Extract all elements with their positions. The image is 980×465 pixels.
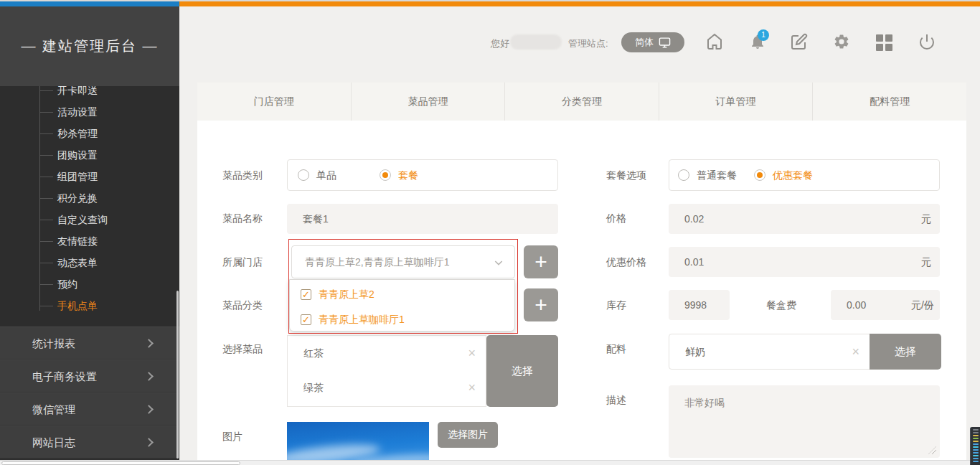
description-label: 描述 [606,394,626,407]
store-option-label: 青青原上草2 [319,288,374,301]
description-value: 非常好喝 [684,397,725,408]
sidebar-item-dongtaibiaodan[interactable]: 动态表单 [57,252,172,273]
store-label: 所属门店 [222,256,263,269]
minimap-scrollbar[interactable] [970,427,980,465]
stock-input[interactable]: 9998 [669,290,730,320]
site-label: 管理站点: [568,37,608,50]
add-store-button[interactable]: + [524,245,558,278]
chevron-right-icon [144,438,154,447]
power-icon[interactable] [918,33,936,50]
remove-dish-icon[interactable]: × [468,370,476,405]
select-dishes-button[interactable]: 选择 [486,335,558,407]
checkbox-checked-icon[interactable]: ✓ [301,289,311,300]
radio-normal-combo[interactable] [678,169,689,181]
price-input[interactable]: 0.02 [669,204,940,234]
dish-row-black-tea: 红茶 × [287,335,486,371]
edit-icon[interactable] [791,33,808,50]
dish-image-thumbnail[interactable] [287,422,429,465]
sidebar-section-tongjibaobiao[interactable]: 统计报表 [0,327,179,360]
topbar-orange-segment [179,1,980,6]
tab-bar: 门店管理 菜品管理 分类管理 订单管理 配料管理 [197,83,966,121]
sidebar-item-zutuanguanli[interactable]: 组团管理 [57,166,172,187]
chevron-right-icon [144,405,154,414]
store-option-1[interactable]: ✓ 青青原上草2 [290,283,514,306]
add-category-button[interactable]: + [524,288,558,321]
dish-name-label: 菜品名称 [222,212,263,225]
notification-badge: 1 [758,29,769,41]
sidebar-section-dianzishangwu[interactable]: 电子商务设置 [0,360,179,393]
sidebar-item-jifenduihuan[interactable]: 积分兑换 [57,187,172,209]
sidebar-item-yuyue[interactable]: 预约 [57,273,172,295]
price-label: 价格 [606,212,626,225]
tab-ingredient-management[interactable]: 配料管理 [813,83,966,121]
select-dishes-label: 选择菜品 [222,343,263,356]
combo-option-group: 普通套餐 优惠套餐 [669,159,940,191]
discount-price-input[interactable]: 0.01 [669,247,940,277]
sidebar-item-huodongshezhi[interactable]: 活动设置 [57,101,172,123]
store-dropdown: ✓ 青青原上草2 ✓ 青青原上草咖啡厅1 [289,279,515,332]
box-fee-label: 餐盒费 [766,299,796,312]
store-select[interactable]: 青青原上草2,青青原上草咖啡厅1 [291,245,515,278]
topbar-blue-segment [0,1,179,6]
radio-combo-label[interactable]: 套餐 [398,169,418,182]
greeting-text: 您好 [491,37,509,50]
radio-discount-combo[interactable] [754,169,765,181]
select-image-button[interactable]: 选择图片 [438,422,498,448]
language-selector[interactable]: 简体 [621,32,684,52]
remove-dish-icon[interactable]: × [468,336,476,370]
chevron-right-icon [144,372,154,381]
combo-option-label: 套餐选项 [606,169,646,182]
home-icon[interactable] [706,33,723,50]
radio-combo[interactable] [380,169,391,181]
ingredient-value: 鲜奶 [685,346,705,357]
admin-backend-page: — 建站管理后台 — 开卡即送 活动设置 秒杀管理 团购设置 组团管理 积分兑换… [0,0,980,465]
tab-order-management[interactable]: 订单管理 [659,83,814,121]
tab-category-management[interactable]: 分类管理 [505,83,659,121]
horizontal-scrollbar[interactable] [0,460,980,465]
section-label: 电子商务设置 [32,370,97,382]
sidebar-item-kaikajisong[interactable]: 开卡即送 [57,86,172,101]
gear-icon[interactable] [833,33,850,50]
radio-normal-combo-label[interactable]: 普通套餐 [697,169,737,182]
sidebar-item-shoujidiandan[interactable]: 手机点单 [57,295,172,316]
dish-name: 红茶 [303,347,324,359]
store-option-label: 青青原上草咖啡厅1 [319,314,405,327]
box-fee-unit: 元/份 [911,299,934,312]
sidebar-item-miaoshaguanli[interactable]: 秒杀管理 [57,123,172,144]
resize-handle[interactable] [928,446,936,454]
sidebar-scrollbar[interactable] [176,291,179,459]
dish-row-green-tea: 绿茶 × [287,370,486,407]
section-label: 统计报表 [32,337,75,349]
discount-price-unit: 元 [921,256,931,269]
description-textarea[interactable]: 非常好喝 [669,385,940,458]
radio-single-dish-label[interactable]: 单品 [316,169,336,182]
store-option-2[interactable]: ✓ 青青原上草咖啡厅1 [290,308,514,332]
tab-store-management[interactable]: 门店管理 [197,83,352,121]
dish-category-label: 菜品分类 [222,299,263,312]
discount-price-label: 优惠价格 [606,256,646,269]
sidebar-section-weixinguanli[interactable]: 微信管理 [0,393,179,426]
sidebar-section-wangzhanrizhi[interactable]: 网站日志 [0,426,179,459]
sidebar-item-youqinglianjie[interactable]: 友情链接 [57,230,172,252]
horizontal-scrollbar-thumb[interactable] [1,461,240,465]
radio-single-dish[interactable] [298,169,309,181]
checkbox-checked-icon[interactable]: ✓ [301,314,311,325]
section-label: 网站日志 [32,436,75,448]
tab-dish-management[interactable]: 菜品管理 [352,83,506,121]
radio-discount-combo-label[interactable]: 优惠套餐 [773,169,813,182]
remove-ingredient-icon[interactable]: × [852,334,859,369]
store-select-value: 青青原上草2,青青原上草咖啡厅1 [305,256,449,268]
dish-name-input[interactable]: 套餐1 [287,204,558,234]
sidebar-item-tuangoushezhi[interactable]: 团购设置 [57,144,172,166]
stock-label: 库存 [606,299,626,312]
apps-grid-icon[interactable] [876,34,892,51]
sidebar-sections: 统计报表 电子商务设置 微信管理 网站日志 [0,327,179,459]
ingredient-input[interactable]: 鲜奶 × [669,334,870,370]
sidebar-item-zidingyichaxun[interactable]: 自定义查询 [57,209,172,230]
section-label: 微信管理 [32,403,75,415]
dish-type-label: 菜品类别 [222,169,263,182]
sidebar-submenu: 开卡即送 活动设置 秒杀管理 团购设置 组团管理 积分兑换 自定义查询 友情链接… [0,86,179,327]
ingredient-label: 配料 [606,343,626,356]
dish-name: 绿茶 [303,382,324,393]
select-ingredient-button[interactable]: 选择 [870,334,941,370]
